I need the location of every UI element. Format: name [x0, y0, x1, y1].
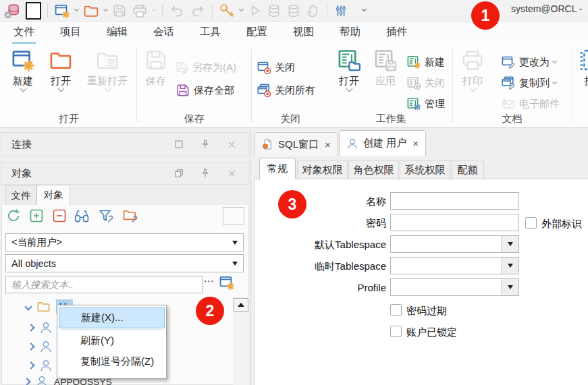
chevron-expanded-icon[interactable] — [24, 303, 32, 310]
key-icon[interactable] — [219, 3, 235, 19]
toolbar-separator — [327, 3, 327, 18]
workset-close-icon — [406, 76, 421, 90]
open-button[interactable]: 打开 — [43, 44, 78, 114]
chevron-collapsed-icon[interactable] — [27, 324, 34, 331]
menu-tools[interactable]: 工具 — [198, 22, 222, 44]
document-tab-create-user[interactable]: 创建 用户 × — [339, 130, 426, 156]
restore-icon[interactable] — [171, 166, 186, 181]
account-locked-checkbox[interactable] — [390, 326, 402, 337]
form-tab-object-privileges[interactable]: 对象权限 — [297, 160, 348, 179]
save-button: 保存 — [139, 44, 173, 114]
email-button: 电子邮件 — [501, 94, 560, 113]
more-button[interactable]: ... — [204, 272, 215, 284]
context-menu-item-new[interactable]: 新建(X)... — [59, 307, 165, 328]
pin-icon[interactable] — [198, 137, 213, 152]
new-button[interactable]: 新建 — [5, 44, 41, 114]
change-to-icon — [501, 55, 516, 69]
close-all-button[interactable]: 关闭所有 — [257, 81, 315, 100]
object-filter-combobox[interactable]: All objects — [5, 254, 244, 272]
blank-button[interactable] — [223, 207, 244, 225]
group-label: 关闭 — [252, 113, 328, 125]
menu-edit[interactable]: 编辑 — [105, 22, 129, 44]
change-to-button[interactable]: 更改为 — [501, 53, 556, 71]
chevron-collapsed-icon[interactable] — [27, 343, 34, 350]
dropdown-button[interactable] — [501, 236, 518, 252]
temporary-tablespace-combobox[interactable] — [390, 257, 519, 274]
menu-configure[interactable]: 配置 — [245, 22, 269, 44]
workset-new-button[interactable]: 新建 — [406, 53, 445, 71]
close-icon[interactable]: × — [325, 139, 331, 150]
form-tab-system-privileges[interactable]: 系统权限 — [400, 160, 450, 179]
form-tab-role-privileges[interactable]: 角色权限 — [348, 160, 399, 179]
save-icon — [144, 48, 168, 72]
scroll-up-button[interactable] — [234, 298, 248, 312]
refresh-icon[interactable] — [5, 208, 22, 224]
close-all-windows-icon — [257, 83, 271, 98]
sliders-icon[interactable] — [333, 3, 348, 18]
menu-project[interactable]: 项目 — [59, 22, 82, 44]
workset-manage-button[interactable]: 管理 — [406, 94, 445, 113]
objects-panel-header: 对象 — [1, 162, 249, 185]
toolbar-separator — [47, 3, 48, 18]
close-icon[interactable] — [224, 166, 239, 181]
tree-row-user[interactable] — [28, 340, 53, 353]
new-window-icon[interactable] — [219, 274, 235, 291]
name-input[interactable] — [390, 192, 519, 210]
maximize-icon[interactable] — [171, 137, 186, 152]
chevron-down-icon[interactable] — [74, 7, 79, 11]
dropdown-button[interactable] — [501, 258, 518, 274]
chevron-down-icon[interactable] — [239, 7, 244, 11]
remove-icon[interactable] — [51, 208, 68, 224]
find-icon[interactable] — [74, 208, 90, 224]
menu-file[interactable]: 文件 — [12, 22, 36, 44]
owner-filter-combobox[interactable]: <当前用户> — [5, 233, 244, 251]
dropdown-arrow-icon — [508, 285, 513, 289]
close-button[interactable]: 关闭 — [257, 58, 295, 77]
copy-to-button[interactable]: 复制到 — [501, 73, 556, 92]
user-icon — [39, 340, 53, 353]
open-folder-icon[interactable] — [83, 3, 99, 19]
panel-tab-objects[interactable]: 对象 — [36, 185, 70, 205]
save-icon — [112, 3, 127, 18]
profile-label: Profile — [278, 282, 386, 293]
default-tablespace-combobox[interactable] — [390, 235, 519, 253]
menubar: 文件 项目 编辑 会话 工具 配置 视图 帮助 插件 — [0, 22, 588, 44]
dropdown-button[interactable] — [501, 279, 518, 295]
toolbar-separator — [162, 3, 163, 18]
close-icon[interactable] — [224, 137, 239, 152]
chevron-down-icon[interactable] — [103, 7, 108, 11]
password-input[interactable] — [390, 214, 519, 231]
save-all-button[interactable]: 保存全部 — [176, 81, 234, 100]
default-tablespace-label: 默认Tablespace — [278, 239, 386, 251]
folder-settings-icon[interactable] — [122, 208, 138, 224]
form-tab-quota[interactable]: 配额 — [451, 160, 484, 179]
external-identified-checkbox[interactable] — [525, 217, 537, 229]
close-window-icon — [257, 60, 271, 75]
context-menu-item-copy-comma[interactable]: 复制逗号分隔(Z) — [59, 351, 165, 372]
tree-row-user[interactable] — [28, 321, 53, 334]
toolbar-overflow-icon[interactable] — [362, 7, 367, 11]
menu-help[interactable]: 帮助 — [338, 22, 362, 44]
context-menu-item-refresh[interactable]: 刷新(Y) — [59, 330, 165, 351]
tree-row-user[interactable] — [28, 359, 53, 372]
search-input[interactable] — [5, 276, 203, 293]
report-button[interactable]: 报 — [576, 44, 588, 114]
workset-open-button[interactable]: 打开 — [332, 44, 366, 114]
profile-combobox[interactable] — [390, 278, 519, 296]
annotation-badge-3: 3 — [278, 190, 306, 218]
add-icon[interactable] — [28, 208, 45, 224]
close-icon[interactable]: × — [412, 138, 419, 149]
blank-document-button[interactable] — [26, 2, 41, 20]
panel-tab-files[interactable]: 文件 — [5, 185, 36, 205]
menu-view[interactable]: 视图 — [292, 22, 315, 44]
chevron-collapsed-icon[interactable] — [27, 361, 34, 369]
menu-session[interactable]: 会话 — [152, 22, 176, 44]
chevron-collapsed-icon[interactable] — [23, 378, 30, 385]
password-expired-checkbox[interactable] — [390, 304, 402, 316]
pin-icon[interactable] — [198, 166, 213, 181]
form-tab-general[interactable]: 常规 — [259, 158, 296, 179]
menu-plugins[interactable]: 插件 — [385, 22, 408, 44]
filter-settings-icon[interactable] — [98, 208, 114, 224]
new-window-icon[interactable] — [54, 3, 70, 19]
document-tab-sql-window[interactable]: SQL窗口 × — [254, 132, 338, 156]
